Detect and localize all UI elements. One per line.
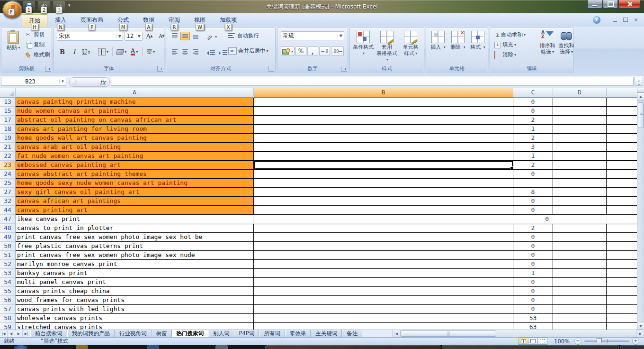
- sort-filter-button[interactable]: A Z 排序和 筛选: [538, 30, 556, 55]
- cell-e[interactable]: [607, 161, 637, 170]
- save-button[interactable]: 1: [23, 1, 35, 10]
- cell-c[interactable]: 0: [513, 296, 553, 305]
- cell-c[interactable]: 0: [513, 278, 553, 287]
- cell-a[interactable]: free plastic canvas patterns print: [16, 242, 254, 251]
- cell-a[interactable]: wood frames for canvas prints: [16, 296, 254, 305]
- cell-b[interactable]: [254, 179, 513, 188]
- cell-a[interactable]: abstract oil painting on canvas african …: [16, 116, 254, 125]
- column-header-b[interactable]: B: [254, 88, 513, 98]
- font-color-button[interactable]: A: [129, 47, 140, 56]
- cell-d[interactable]: [553, 314, 607, 323]
- row-header[interactable]: 24: [0, 170, 16, 179]
- row-header[interactable]: 49: [0, 233, 16, 242]
- normal-view-button[interactable]: [519, 338, 528, 345]
- font-name-select[interactable]: 宋体▼: [57, 32, 123, 41]
- cell-c[interactable]: 0: [513, 251, 553, 260]
- cell-c[interactable]: 0: [513, 287, 553, 296]
- column-header-a[interactable]: A: [16, 88, 254, 98]
- cell-e[interactable]: [607, 287, 637, 296]
- cell-a[interactable]: nude women canvas art painting: [16, 107, 254, 116]
- cell-c[interactable]: 1: [513, 269, 553, 278]
- cell-e[interactable]: [607, 242, 637, 251]
- cell-b[interactable]: [254, 278, 513, 287]
- cell-e[interactable]: [607, 323, 637, 330]
- cell-e[interactable]: [607, 134, 637, 143]
- cell-d[interactable]: [553, 305, 607, 314]
- cell-b[interactable]: [254, 233, 513, 242]
- cell-a[interactable]: multi panel canvas print: [16, 278, 254, 287]
- vertical-scroll-thumb[interactable]: [638, 102, 644, 128]
- paste-button[interactable]: 粘贴: [4, 31, 23, 65]
- cell-a[interactable]: canvas painting printing machine: [16, 98, 254, 107]
- underline-button[interactable]: U: [80, 47, 91, 56]
- sheet-tab-前台搜索词[interactable]: 前台搜索词: [30, 330, 67, 337]
- cell-b[interactable]: [254, 197, 513, 206]
- cell-a[interactable]: canvas prints with led lights: [16, 305, 254, 314]
- zoom-level[interactable]: 100%: [554, 338, 570, 345]
- office-button[interactable]: F: [2, 0, 22, 18]
- cell-a[interactable]: canvas printing art: [16, 206, 254, 215]
- tab-审阅[interactable]: 审阅R: [162, 14, 187, 27]
- sheet-tab-橱窗[interactable]: 橱窗: [152, 330, 172, 337]
- cell-a[interactable]: ikea canvas print: [16, 215, 254, 224]
- row-header[interactable]: 59: [0, 323, 16, 330]
- zoom-in-button[interactable]: +: [632, 338, 639, 345]
- cell-d[interactable]: [553, 116, 607, 125]
- clipboard-dialog-launcher[interactable]: [45, 66, 51, 72]
- cell-c[interactable]: [513, 179, 553, 188]
- cell-e[interactable]: [607, 251, 637, 260]
- row-header[interactable]: 50: [0, 242, 16, 251]
- cell-c[interactable]: 0: [513, 206, 553, 215]
- cell-d[interactable]: [553, 233, 607, 242]
- fill-button[interactable]: ↓填充: [493, 41, 527, 49]
- row-header[interactable]: 57: [0, 305, 16, 314]
- qat-customize-button[interactable]: ▾: [68, 1, 74, 9]
- cell-b[interactable]: [254, 170, 513, 179]
- scroll-up-arrow[interactable]: ▲: [637, 93, 644, 101]
- cell-e[interactable]: [607, 224, 637, 233]
- cell-b[interactable]: [254, 143, 513, 152]
- cell-b[interactable]: [254, 224, 513, 233]
- cell-d[interactable]: [553, 188, 607, 197]
- tab-加载项[interactable]: 加载项X: [213, 14, 243, 27]
- first-sheet-button[interactable]: |◀: [0, 330, 8, 337]
- cell-d[interactable]: [553, 125, 607, 134]
- cell-e[interactable]: [607, 125, 637, 134]
- sheet-tab-P4P词[interactable]: P4P词: [234, 330, 259, 337]
- sheet-tab-我的词我的产品[interactable]: 我的词我的产品: [67, 330, 115, 337]
- cell-b[interactable]: [254, 206, 513, 215]
- horizontal-scrollbar[interactable]: ◀ ▶: [393, 330, 644, 337]
- row-header[interactable]: 18: [0, 125, 16, 134]
- cut-button[interactable]: ✂剪切: [24, 31, 52, 39]
- insert-function-button[interactable]: fx: [69, 77, 110, 87]
- cell-a[interactable]: print canvas free sex women photo image …: [16, 251, 254, 260]
- cell-c[interactable]: 2: [513, 224, 553, 233]
- column-header-c[interactable]: C: [513, 88, 553, 98]
- scroll-down-arrow[interactable]: ▼: [637, 322, 644, 330]
- cell-d[interactable]: [553, 161, 607, 170]
- tab-数据[interactable]: 数据A: [136, 14, 161, 27]
- workbook-close-button[interactable]: ✕: [633, 17, 639, 23]
- alignment-dialog-launcher[interactable]: [268, 66, 274, 72]
- tab-公式[interactable]: 公式M: [111, 14, 135, 27]
- cell-a[interactable]: canvas to print in plotter: [16, 224, 254, 233]
- cell-d[interactable]: [553, 143, 607, 152]
- cell-c[interactable]: 0: [513, 305, 553, 314]
- align-center-button[interactable]: [180, 48, 190, 56]
- cell-c[interactable]: 2: [513, 116, 553, 125]
- cell-e[interactable]: [607, 188, 637, 197]
- row-header[interactable]: 27: [0, 188, 16, 197]
- cell-c[interactable]: 1: [513, 152, 553, 161]
- cell-e[interactable]: [607, 98, 637, 107]
- cell-a[interactable]: print canvas free sex women photo image …: [16, 233, 254, 242]
- number-format-select[interactable]: 常规▼: [281, 31, 344, 40]
- cell-c[interactable]: 63: [513, 323, 553, 330]
- cell-e[interactable]: [607, 305, 637, 314]
- row-header[interactable]: 22: [0, 152, 16, 161]
- cell-e[interactable]: [607, 233, 637, 242]
- copy-button[interactable]: 复制: [24, 41, 52, 49]
- cell-a[interactable]: canvas african art paintings: [16, 197, 254, 206]
- row-header[interactable]: 52: [0, 260, 16, 269]
- align-bottom-button[interactable]: [191, 32, 200, 40]
- cell-b[interactable]: [254, 134, 513, 143]
